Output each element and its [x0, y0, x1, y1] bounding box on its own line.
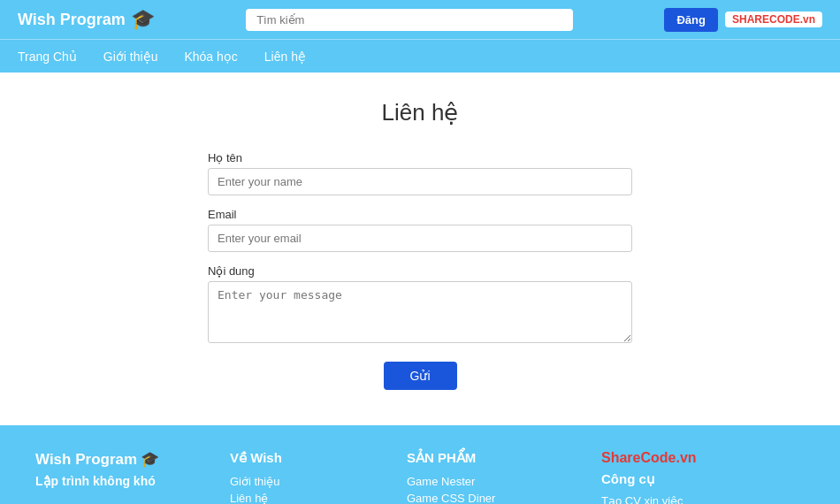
footer-link-game-css-diner[interactable]: Game CSS Diner [407, 492, 584, 504]
footer-logo-text: Wish Program [35, 451, 137, 469]
name-input[interactable] [208, 168, 632, 195]
footer-link-gioithieu[interactable]: Giới thiệu [230, 475, 389, 488]
header-right: Đăng SHARECODE.vn [664, 8, 822, 32]
footer-san-pham: SẢN PHẨM Game Nester Game CSS Diner Game… [407, 450, 584, 504]
nav-item-khoahoc[interactable]: Khóa học [184, 50, 237, 64]
email-input[interactable] [208, 225, 632, 252]
email-group: Email [208, 208, 632, 252]
dangky-button[interactable]: Đăng [664, 8, 718, 32]
footer-tagline: Lập trình không khó [35, 474, 212, 488]
footer-link-tao-cv[interactable]: Tạo CV xin việc [601, 494, 813, 504]
footer-grid: Wish Program 🎓 Lập trình không khó Về Wi… [35, 450, 805, 504]
contact-form: Họ tên Email Nội dung Gửi [208, 151, 632, 390]
footer-sharecode: ShareCode.vn Công cụ Tạo CV xin việc Rút… [601, 450, 813, 504]
nav-item-lienhe[interactable]: Liên hệ [264, 50, 306, 64]
submit-button[interactable]: Gửi [384, 362, 457, 390]
message-label: Nội dung [208, 264, 632, 278]
footer-sharecode-brand: ShareCode.vn [601, 450, 813, 466]
footer-link-game-nester[interactable]: Game Nester [407, 475, 584, 488]
header: Wish Program 🎓 Đăng SHARECODE.vn [0, 0, 840, 39]
footer-sharecode-tool-title: Công cụ [601, 471, 813, 487]
search-input[interactable] [246, 9, 573, 31]
message-textarea[interactable] [208, 281, 632, 343]
nav-item-trangchu[interactable]: Trang Chủ [18, 50, 77, 64]
footer-logo: Wish Program 🎓 [35, 450, 212, 469]
main-nav: Trang Chủ Giới thiệu Khóa học Liên hệ [0, 39, 840, 73]
footer-ve-wish: Về Wish Giới thiệu Liên hệ Điều khoản Bả… [230, 450, 389, 504]
logo-icon: 🎓 [131, 8, 155, 31]
footer-ve-wish-title: Về Wish [230, 450, 389, 466]
name-label: Họ tên [208, 151, 632, 164]
footer-brand: Wish Program 🎓 Lập trình không khó [35, 450, 212, 504]
name-group: Họ tên [208, 151, 632, 195]
nav-item-gioithieu[interactable]: Giới thiệu [103, 50, 158, 64]
footer: Wish Program 🎓 Lập trình không khó Về Wi… [0, 425, 840, 504]
message-group: Nội dung [208, 264, 632, 346]
footer-logo-icon: 🎓 [141, 450, 159, 469]
logo-container: Wish Program 🎓 [18, 8, 155, 31]
logo-text: Wish Program [18, 11, 126, 29]
email-label: Email [208, 208, 632, 221]
footer-link-lienhe[interactable]: Liên hệ [230, 492, 389, 504]
footer-san-pham-title: SẢN PHẨM [407, 450, 584, 466]
sharecode-brand: SHARECODE.vn [725, 11, 822, 27]
main-content: Liên hệ Họ tên Email Nội dung Gửi [0, 73, 840, 425]
search-container [246, 9, 573, 31]
page-title: Liên hệ [0, 99, 840, 126]
